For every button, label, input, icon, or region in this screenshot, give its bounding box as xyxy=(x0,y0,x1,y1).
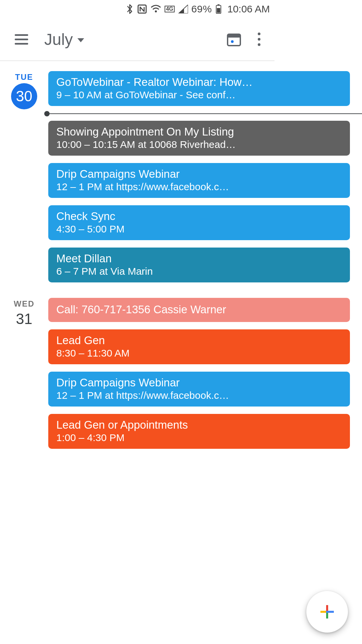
event-card[interactable]: Check Sync4:30 – 5:00 PM xyxy=(48,205,275,240)
wifi-icon xyxy=(150,5,161,13)
overflow-menu-button[interactable] xyxy=(253,31,265,48)
date-column[interactable]: TUE30 xyxy=(0,71,48,282)
event-title: GoToWebinar - Realtor Webinar: How… xyxy=(56,76,275,89)
app-bar: July xyxy=(0,18,275,61)
signal-icon xyxy=(178,5,188,13)
event-subtitle: 9 – 10 AM at GoToWebinar - See conf… xyxy=(56,89,275,101)
day-block: TUE30GoToWebinar - Realtor Webinar: How…… xyxy=(0,62,275,288)
svg-point-7 xyxy=(231,40,234,43)
day-number-label: 30 xyxy=(11,83,37,109)
event-title: Drip Campaigns Webinar xyxy=(56,168,275,180)
event-title: Showing Appointment On My Listing xyxy=(56,125,275,138)
events-column: GoToWebinar - Realtor Webinar: How…9 – 1… xyxy=(48,71,275,282)
month-picker[interactable]: July xyxy=(44,30,84,49)
event-title: Lead Gen or Appointments xyxy=(56,419,275,431)
event-card[interactable]: Drip Campaigns Webinar12 – 1 PM at https… xyxy=(48,372,275,407)
event-subtitle: 8:30 – 11:30 AM xyxy=(56,347,275,359)
month-label: July xyxy=(44,30,73,49)
event-card[interactable]: Drip Campaigns Webinar12 – 1 PM at https… xyxy=(48,163,275,198)
svg-point-1 xyxy=(155,10,157,12)
event-card[interactable]: Showing Appointment On My Listing10:00 –… xyxy=(48,121,275,156)
status-clock: 10:06 AM xyxy=(227,3,270,15)
event-subtitle: 12 – 1 PM at https://www.facebook.c… xyxy=(56,181,275,193)
event-title: Lead Gen xyxy=(56,334,275,347)
jump-to-today-button[interactable] xyxy=(226,32,242,47)
battery-percent: 69% xyxy=(191,3,212,15)
nfc-icon xyxy=(137,4,147,14)
day-of-week-label: WED xyxy=(14,299,35,309)
status-bar: 4G 69% 10:06 AM xyxy=(0,0,275,18)
svg-rect-4 xyxy=(217,8,220,13)
event-subtitle: 12 – 1 PM at https://www.facebook.c… xyxy=(56,390,275,401)
chevron-down-icon xyxy=(77,38,84,42)
event-title: Call: 760-717-1356 Cassie Warner xyxy=(56,303,275,316)
event-card[interactable]: Call: 760-717-1356 Cassie Warner xyxy=(48,298,275,322)
svg-rect-3 xyxy=(218,4,220,5)
event-title: Check Sync xyxy=(56,210,275,223)
event-title: Meet Dillan xyxy=(56,252,275,265)
menu-button[interactable] xyxy=(15,31,31,47)
event-subtitle: 4:30 – 5:00 PM xyxy=(56,223,275,235)
day-of-week-label: TUE xyxy=(15,72,33,82)
svg-rect-6 xyxy=(228,34,240,38)
day-number-label: 31 xyxy=(16,311,33,327)
bluetooth-icon xyxy=(126,4,134,14)
event-card[interactable]: Lead Gen8:30 – 11:30 AM xyxy=(48,329,275,364)
network-type-icon: 4G xyxy=(165,6,174,12)
event-subtitle: 6 – 7 PM at Via Marin xyxy=(56,266,275,277)
event-card[interactable]: Meet Dillan6 – 7 PM at Via Marin xyxy=(48,248,275,282)
event-subtitle: 1:00 – 4:30 PM xyxy=(56,432,275,443)
event-subtitle: 10:00 – 10:15 AM at 10068 Riverhead… xyxy=(56,139,275,150)
event-card[interactable]: GoToWebinar - Realtor Webinar: How…9 – 1… xyxy=(48,71,275,106)
battery-icon xyxy=(215,4,222,14)
day-block: WED31Call: 760-717-1356 Cassie WarnerLea… xyxy=(0,288,275,455)
date-column[interactable]: WED31 xyxy=(0,298,48,449)
agenda-list[interactable]: TUE30GoToWebinar - Realtor Webinar: How…… xyxy=(0,62,275,488)
events-column: Call: 760-717-1356 Cassie WarnerLead Gen… xyxy=(48,298,275,449)
event-card[interactable]: Lead Gen or Appointments1:00 – 4:30 PM xyxy=(48,414,275,449)
event-title: Drip Campaigns Webinar xyxy=(56,376,275,389)
